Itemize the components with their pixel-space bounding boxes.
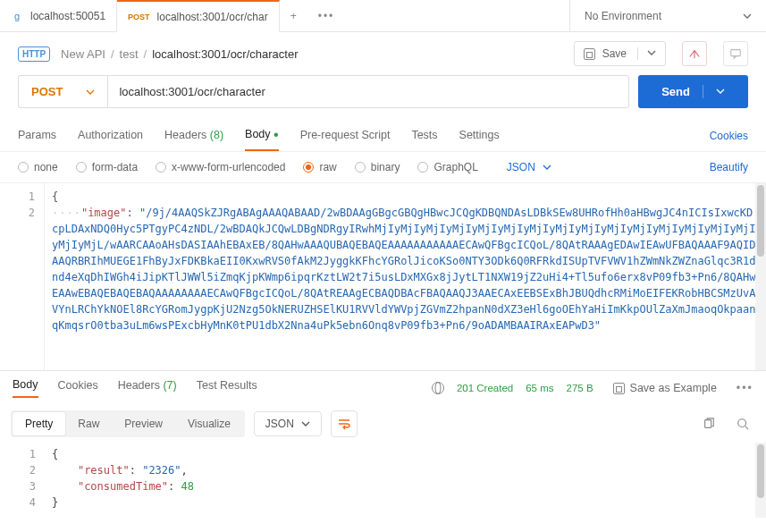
radio-raw[interactable]: raw: [303, 161, 336, 173]
radio-none[interactable]: none: [18, 161, 58, 173]
svg-rect-0: [731, 50, 741, 56]
scrollbar-thumb[interactable]: [757, 185, 764, 257]
tab-body[interactable]: Body •: [245, 121, 279, 151]
view-visualize[interactable]: Visualize: [175, 412, 243, 435]
cookies-link[interactable]: Cookies: [710, 130, 748, 142]
wrap-lines-button[interactable]: [331, 410, 358, 437]
breadcrumb-item[interactable]: New API: [61, 47, 105, 61]
send-label: Send: [661, 85, 690, 98]
tab-grpc[interactable]: g localhost:50051: [0, 0, 117, 32]
tab-headers[interactable]: Headers (8): [164, 122, 223, 150]
copy-button[interactable]: [696, 411, 721, 436]
body-type-row: none form-data x-www-form-urlencoded raw…: [0, 152, 766, 182]
scrollbar[interactable]: [755, 443, 766, 518]
response-view-row: Pretty Raw Preview Visualize JSON: [0, 405, 766, 443]
res-tab-headers[interactable]: Headers (7): [118, 379, 177, 397]
radio-urlencoded[interactable]: x-www-form-urlencoded: [156, 161, 285, 173]
response-more-button[interactable]: •••: [737, 382, 753, 394]
method-label: POST: [31, 85, 63, 98]
response-body-editor[interactable]: 1234 { "result": "2326", "consumedTime":…: [0, 443, 766, 518]
res-tab-cookies[interactable]: Cookies: [58, 379, 98, 397]
save-icon: [584, 48, 595, 60]
save-label: Save: [602, 47, 627, 60]
save-icon: [613, 383, 625, 394]
status-info: 201 Created 65 ms 275 B: [432, 382, 593, 394]
line-gutter: 1234: [0, 443, 45, 518]
code-content[interactable]: { ····"image": "/9j/4AAQSkZJRgABAgAAAQAB…: [45, 183, 766, 370]
tab-tests[interactable]: Tests: [411, 122, 437, 150]
share-button[interactable]: [682, 41, 707, 66]
radio-form-data[interactable]: form-data: [76, 161, 138, 173]
url-input[interactable]: [107, 75, 629, 108]
search-button[interactable]: [730, 411, 755, 436]
tab-label: localhost:3001/ocr/char: [157, 11, 268, 23]
view-mode-group: Pretty Raw Preview Visualize: [11, 410, 245, 437]
line-gutter: 12: [0, 183, 45, 370]
response-time: 65 ms: [526, 383, 553, 393]
send-chevron[interactable]: [703, 85, 725, 98]
response-code-content[interactable]: { "result": "2326", "consumedTime": 48 }: [45, 443, 766, 518]
chevron-down-icon: [543, 163, 551, 172]
view-pretty[interactable]: Pretty: [13, 412, 65, 435]
status-code: 201 Created: [457, 383, 513, 393]
res-tab-tests[interactable]: Test Results: [197, 379, 257, 397]
save-button[interactable]: Save: [574, 41, 666, 66]
response-tabs: Body Cookies Headers (7) Test Results 20…: [0, 371, 766, 405]
tabs-overflow-button[interactable]: •••: [307, 10, 346, 22]
tab-method-badge: POST: [128, 13, 150, 21]
breadcrumb-item[interactable]: test: [120, 47, 139, 61]
tab-authorization[interactable]: Authorization: [78, 122, 143, 150]
tab-settings[interactable]: Settings: [459, 122, 500, 150]
save-example-button[interactable]: Save as Example: [613, 382, 717, 394]
breadcrumb-row: HTTP New API / test / localhost:3001/ocr…: [0, 32, 766, 75]
request-body-editor[interactable]: 12 { ····"image": "/9j/4AAQSkZJRgABAgAAA…: [0, 182, 766, 370]
beautify-button[interactable]: Beautify: [710, 161, 748, 173]
request-tabs: Params Authorization Headers (8) Body • …: [0, 121, 766, 152]
chevron-down-icon: [743, 12, 752, 21]
response-format-selector[interactable]: JSON: [254, 411, 322, 436]
view-preview[interactable]: Preview: [112, 412, 175, 435]
url-bar: POST Send: [0, 75, 766, 121]
environment-selector[interactable]: No Environment: [569, 0, 766, 31]
tab-prerequest[interactable]: Pre-request Script: [300, 122, 391, 150]
tab-http-active[interactable]: POST localhost:3001/ocr/char: [117, 0, 280, 32]
scrollbar[interactable]: [755, 183, 766, 370]
svg-point-2: [738, 419, 746, 427]
globe-icon[interactable]: [432, 382, 444, 394]
radio-binary[interactable]: binary: [355, 161, 400, 173]
response-section: Body Cookies Headers (7) Test Results 20…: [0, 370, 766, 518]
save-chevron[interactable]: [637, 47, 656, 60]
method-selector[interactable]: POST: [18, 75, 107, 108]
radio-graphql[interactable]: GraphQL: [417, 161, 477, 173]
chevron-down-icon: [301, 419, 310, 428]
grpc-icon: g: [11, 10, 23, 22]
env-label: No Environment: [585, 10, 661, 22]
chevron-down-icon: [86, 88, 95, 97]
tab-label: localhost:50051: [30, 10, 105, 22]
add-tab-button[interactable]: +: [280, 10, 307, 22]
http-badge: HTTP: [18, 46, 50, 62]
view-raw[interactable]: Raw: [65, 412, 112, 435]
comment-button[interactable]: [723, 41, 748, 66]
response-size: 275 B: [567, 383, 593, 393]
tab-params[interactable]: Params: [18, 122, 56, 150]
breadcrumb: New API / test / localhost:3001/ocr/char…: [61, 47, 298, 61]
scrollbar-thumb[interactable]: [757, 444, 764, 498]
top-tabs: g localhost:50051 POST localhost:3001/oc…: [0, 0, 766, 32]
body-format-selector[interactable]: JSON: [507, 161, 551, 173]
svg-rect-1: [705, 420, 711, 428]
breadcrumb-item-current: localhost:3001/ocr/character: [152, 47, 298, 61]
res-tab-body[interactable]: Body: [13, 378, 38, 398]
send-button[interactable]: Send: [638, 75, 748, 108]
